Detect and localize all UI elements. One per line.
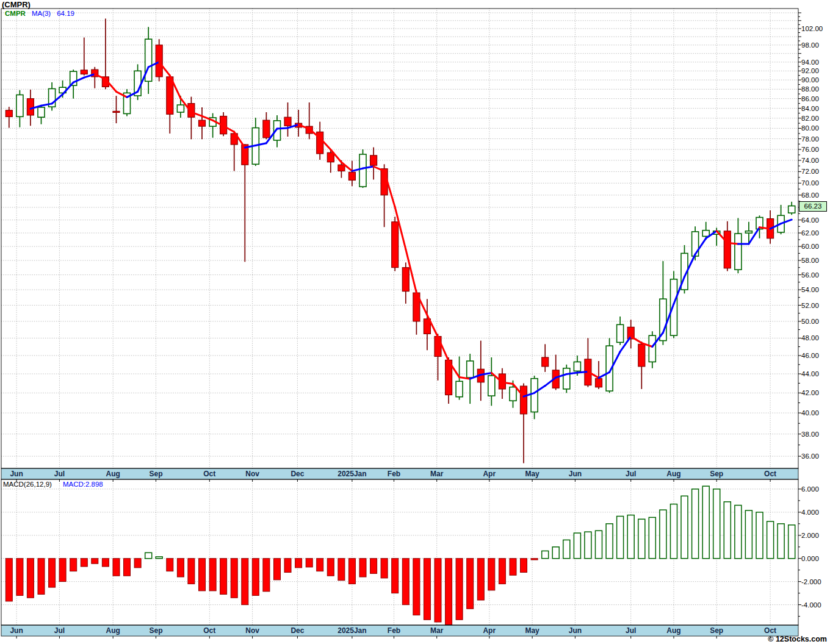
svg-text:Apr: Apr xyxy=(483,626,496,635)
svg-text:Sep: Sep xyxy=(149,470,162,478)
svg-text:36.00: 36.00 xyxy=(801,453,819,460)
svg-text:May: May xyxy=(525,626,540,635)
svg-text:Jun: Jun xyxy=(569,626,582,635)
stock-chart-app: (CMPR) CMPRMA(3)64.19 JunJulAugSepOctNov… xyxy=(0,0,830,644)
legend-ma-label: MA(3) xyxy=(32,10,51,17)
svg-text:98.00: 98.00 xyxy=(801,41,819,49)
chart-canvas[interactable]: JunJulAugSepOctNovDec2025JanFebMarAprMay… xyxy=(0,0,830,644)
macd-params-label: MACD(26,12,9) xyxy=(3,481,52,488)
svg-text:Oct: Oct xyxy=(764,626,776,635)
svg-text:88.00: 88.00 xyxy=(801,85,819,93)
macd-value-label: MACD:2.898 xyxy=(63,481,103,488)
svg-text:Sep: Sep xyxy=(710,470,723,478)
last-price-badge: 66.23 xyxy=(799,201,827,212)
svg-text:44.00: 44.00 xyxy=(801,370,819,377)
svg-text:Feb: Feb xyxy=(388,626,400,635)
month-strips: JunJulAugSepOctNovDec2025JanFebMarAprMay… xyxy=(1,468,798,639)
macd-legend: MACD(26,12,9)MACD:2.898 xyxy=(3,481,103,488)
svg-text:80.00: 80.00 xyxy=(801,124,819,132)
price-legend: CMPRMA(3)64.19 xyxy=(5,10,81,17)
svg-text:2.000: 2.000 xyxy=(801,532,819,539)
svg-text:Jun: Jun xyxy=(10,470,23,478)
svg-text:-2.000: -2.000 xyxy=(801,578,821,585)
svg-text:Jul: Jul xyxy=(626,470,636,478)
svg-text:52.00: 52.00 xyxy=(801,302,819,309)
svg-text:Aug: Aug xyxy=(666,470,680,478)
svg-text:62.00: 62.00 xyxy=(801,229,819,237)
svg-text:Dec: Dec xyxy=(290,470,304,478)
svg-text:Mar: Mar xyxy=(430,626,444,635)
svg-text:Mar: Mar xyxy=(430,470,444,478)
svg-text:Aug: Aug xyxy=(106,470,120,478)
svg-text:Sep: Sep xyxy=(149,626,162,635)
svg-text:102.00: 102.00 xyxy=(801,25,823,32)
svg-text:-4.000: -4.000 xyxy=(801,601,821,609)
svg-text:2025Jan: 2025Jan xyxy=(337,626,366,635)
svg-text:38.00: 38.00 xyxy=(801,431,819,438)
svg-text:2025Jan: 2025Jan xyxy=(337,470,366,478)
candles-layer xyxy=(5,19,795,463)
svg-text:Oct: Oct xyxy=(203,470,215,478)
symbol-title: (CMPR) xyxy=(2,0,31,9)
svg-text:42.00: 42.00 xyxy=(801,389,819,396)
svg-text:0.000: 0.000 xyxy=(801,555,819,562)
macd-histogram xyxy=(5,486,795,624)
svg-text:76.00: 76.00 xyxy=(801,146,819,153)
panel-borders xyxy=(1,9,798,625)
site-watermark: © 12Stocks.com xyxy=(768,635,827,643)
svg-text:Aug: Aug xyxy=(666,626,680,635)
svg-text:Jun: Jun xyxy=(569,470,582,478)
svg-text:56.00: 56.00 xyxy=(801,271,819,279)
svg-text:60.00: 60.00 xyxy=(801,243,819,250)
svg-text:Jun: Jun xyxy=(10,626,23,635)
svg-text:Jul: Jul xyxy=(54,626,65,635)
svg-text:82.00: 82.00 xyxy=(801,115,819,122)
svg-text:68.00: 68.00 xyxy=(801,191,819,199)
svg-text:48.00: 48.00 xyxy=(801,334,819,342)
svg-text:78.00: 78.00 xyxy=(801,135,819,143)
svg-text:86.00: 86.00 xyxy=(801,95,819,102)
svg-text:92.00: 92.00 xyxy=(801,67,819,74)
svg-text:Nov: Nov xyxy=(245,626,259,635)
svg-text:46.00: 46.00 xyxy=(801,352,819,359)
svg-text:72.00: 72.00 xyxy=(801,168,819,175)
svg-text:Feb: Feb xyxy=(388,470,400,478)
svg-text:Apr: Apr xyxy=(483,470,496,478)
svg-text:4.000: 4.000 xyxy=(801,509,819,516)
svg-text:Oct: Oct xyxy=(203,626,215,635)
ma3-line xyxy=(31,62,792,397)
svg-text:Jul: Jul xyxy=(54,470,65,478)
svg-text:84.00: 84.00 xyxy=(801,105,819,112)
axis-labels: 102.0098.0094.0092.0090.0088.0086.0084.0… xyxy=(801,25,823,609)
svg-text:90.00: 90.00 xyxy=(801,76,819,84)
svg-text:70.00: 70.00 xyxy=(801,179,819,187)
svg-text:May: May xyxy=(525,470,540,478)
svg-text:Aug: Aug xyxy=(106,626,120,635)
svg-text:Sep: Sep xyxy=(710,626,723,635)
svg-text:74.00: 74.00 xyxy=(801,157,819,164)
legend-ma-value: 64.19 xyxy=(57,10,74,17)
svg-text:58.00: 58.00 xyxy=(801,257,819,264)
legend-symbol: CMPR xyxy=(5,10,26,17)
svg-text:Oct: Oct xyxy=(764,470,776,478)
svg-text:6.000: 6.000 xyxy=(801,485,819,493)
svg-text:50.00: 50.00 xyxy=(801,318,819,325)
svg-text:54.00: 54.00 xyxy=(801,286,819,293)
svg-text:Jul: Jul xyxy=(626,626,636,635)
svg-text:Dec: Dec xyxy=(290,626,304,635)
svg-text:64.00: 64.00 xyxy=(801,216,819,224)
svg-text:40.00: 40.00 xyxy=(801,409,819,417)
svg-text:94.00: 94.00 xyxy=(801,59,819,66)
svg-text:Nov: Nov xyxy=(245,470,259,478)
